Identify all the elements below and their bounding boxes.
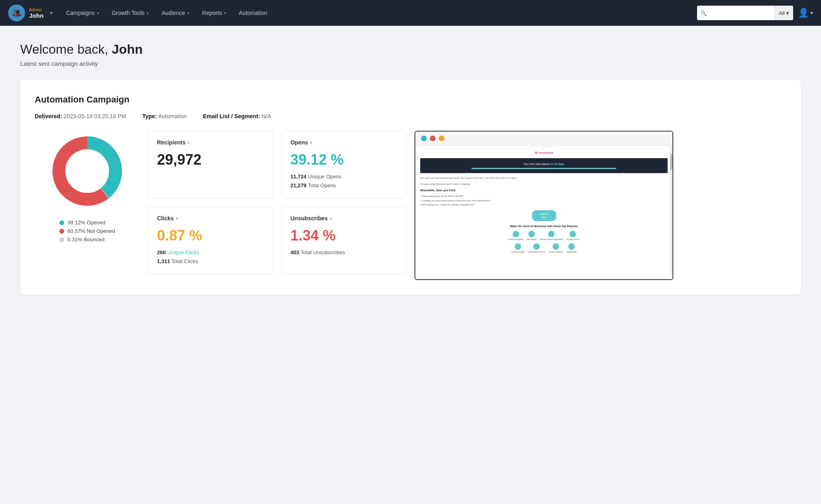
ep-list: • Segmenting your list for better result… <box>420 194 668 207</box>
opens-detail: 11,724 Unique Opens 21,279 Total Opens <box>291 172 398 190</box>
chevron-down-icon: ▾ <box>147 11 149 15</box>
ep-scrollbar[interactable] <box>670 146 672 276</box>
email-preview-body: ✉ moosend Your free trial expires in 15 … <box>415 146 672 276</box>
ep-icons-row2: Landing Pages Subscription Forms Custom … <box>420 243 668 253</box>
main-content: Welcome back, John Latest sent campaign … <box>0 26 821 311</box>
welcome-subtitle: Latest sent campaign activity <box>20 60 801 67</box>
titlebar-dot-red <box>430 136 436 141</box>
recipients-value: 29,972 <box>157 151 264 168</box>
navbar: 🎩 Admin John ▾ Campaigns ▾ Growth Tools … <box>0 0 821 26</box>
nav-items: Campaigns ▾ Growth Tools ▾ Audience ▾ Re… <box>61 6 697 19</box>
nav-user-name: John <box>29 12 44 19</box>
nav-item-campaigns[interactable]: Campaigns ▾ <box>61 6 105 19</box>
legend-opened: 39.12% Opened <box>59 220 115 226</box>
nav-label-campaigns: Campaigns <box>66 10 95 16</box>
nav-avatar[interactable]: 👤 ▾ <box>798 8 813 18</box>
campaign-stats: 39.12% Opened 60.57% Not Opened 0.31% Bo… <box>35 131 786 280</box>
stat-card-clicks: Clicks › 0.87 % 260 Unique Clicks 1,311 … <box>148 207 273 274</box>
stat-card-opens: Opens › 39.12 % 11,724 Unique Opens 21,2… <box>281 131 407 199</box>
ep-body-text1: We hope you are enjoying Moosend. Just a… <box>420 176 668 180</box>
nav-label-automation: Automation <box>239 10 268 16</box>
arrow-icon: › <box>310 140 312 145</box>
unsubscribes-label: Unsubscribes <box>291 215 328 222</box>
legend-opened-text: 39.12% Opened <box>67 220 105 226</box>
clicks-header[interactable]: Clicks › <box>157 215 264 222</box>
ep-icon-email-templates: Email Templates <box>508 231 523 241</box>
campaign-meta: Delivered: 2023-05-18 03:25:18 PM Type: … <box>35 113 786 119</box>
recipients-header[interactable]: Recipients › <box>157 139 264 146</box>
welcome-heading: Welcome back, John <box>20 42 801 57</box>
ep-features-title: Make the most of Moosend with these top … <box>420 224 668 228</box>
arrow-icon: › <box>188 140 190 145</box>
titlebar-dot-teal <box>421 136 427 141</box>
ep-icon-product-rec: Product Recommendation <box>540 231 563 241</box>
titlebar-dot-yellow <box>439 136 444 141</box>
brand-logo: 🎩 <box>8 4 25 21</box>
clicks-percent: 0.87 % <box>157 227 264 244</box>
legend-dot-not-opened <box>59 229 64 234</box>
donut-legend: 39.12% Opened 60.57% Not Opened 0.31% Bo… <box>59 220 115 245</box>
search-filter-label: All <box>779 10 785 16</box>
legend-dot-bounced <box>59 237 64 242</box>
unsubscribes-detail: 403 Total Unsubscribes <box>291 248 398 257</box>
search-icon: 🔍 <box>697 10 710 16</box>
ep-icon-integrations: Integrations <box>566 243 577 253</box>
search-filter-dropdown[interactable]: All ▾ <box>775 6 793 20</box>
clicks-detail: 260 Unique Clicks 1,311 Total Clicks <box>157 248 264 266</box>
opens-label: Opens <box>291 139 308 146</box>
nav-search: 🔍 All ▾ <box>697 6 793 20</box>
nav-label-audience: Audience <box>161 10 185 16</box>
stat-card-unsubscribes: Unsubscribes › 1.34 % 403 Total Unsubscr… <box>281 207 407 274</box>
ep-icon-automation: Automation <box>526 231 536 241</box>
ep-icon-custom-reports: Custom Reports <box>549 243 563 253</box>
nav-item-automation[interactable]: Automation <box>233 6 273 19</box>
chevron-down-icon: ▾ <box>97 11 99 15</box>
chevron-down-icon: ▾ <box>786 10 789 16</box>
nav-item-reports[interactable]: Reports ▾ <box>197 6 232 19</box>
recipients-label: Recipients <box>157 139 186 146</box>
ep-heading: Meanwhile, have you tried: <box>420 188 668 192</box>
ep-scrollbar-thumb <box>670 154 672 170</box>
search-input[interactable] <box>710 10 775 16</box>
user-icon: 👤 <box>798 8 809 18</box>
campaign-title: Automation Campaign <box>35 94 786 105</box>
ep-moosend-logo: ✉ moosend <box>420 151 668 155</box>
arrow-icon: › <box>176 215 178 221</box>
arrow-icon: › <box>330 215 332 221</box>
nav-user-dropdown-icon[interactable]: ▾ <box>50 10 52 16</box>
ep-icon-subscription-forms: Subscription Forms <box>528 243 545 253</box>
legend-dot-opened <box>59 220 64 225</box>
campaign-delivered: Delivered: 2023-05-18 03:25:18 PM <box>35 113 126 119</box>
chevron-down-icon: ▾ <box>224 11 226 15</box>
email-preview-titlebar <box>415 132 672 146</box>
stat-card-recipients: Recipients › 29,972 <box>148 131 273 199</box>
campaign-card: Automation Campaign Delivered: 2023-05-1… <box>20 80 801 295</box>
nav-item-growth-tools[interactable]: Growth Tools ▾ <box>106 6 154 19</box>
ep-progress-bar <box>471 168 616 169</box>
nav-label-reports: Reports <box>202 10 222 16</box>
nav-brand: 🎩 Admin John ▾ <box>8 4 52 21</box>
ep-banner: Your free trial expires in 15 days <box>420 158 668 173</box>
opens-header[interactable]: Opens › <box>291 139 398 146</box>
nav-right: 🔍 All ▾ 👤 ▾ <box>697 6 813 20</box>
chevron-down-icon: ▾ <box>187 11 189 15</box>
nav-user-info: Admin John <box>29 7 44 19</box>
campaign-segment: Email List / Segment: N/A <box>203 113 271 119</box>
unsubscribes-percent: 1.34 % <box>291 227 398 244</box>
stats-grid: Recipients › 29,972 Opens › 39.12 % 11,7… <box>148 131 406 274</box>
nav-item-audience[interactable]: Audience ▾ <box>156 6 195 19</box>
opens-percent: 39.12 % <box>291 151 398 168</box>
unsubscribes-header[interactable]: Unsubscribes › <box>291 215 398 222</box>
ep-upgrade-button[interactable]: Upgrade Now! <box>532 210 556 221</box>
chevron-down-icon: ▾ <box>811 10 813 16</box>
nav-user-role: Admin <box>29 7 44 12</box>
ep-icon-landing-pages: Landing Pages <box>511 243 524 253</box>
donut-chart <box>47 131 128 211</box>
email-preview-card: ✉ moosend Your free trial expires in 15 … <box>415 131 673 280</box>
nav-label-growth-tools: Growth Tools <box>112 10 145 16</box>
donut-section: 39.12% Opened 60.57% Not Opened 0.31% Bo… <box>35 131 140 245</box>
email-preview-inner: ✉ moosend Your free trial expires in 15 … <box>420 151 668 253</box>
legend-not-opened-text: 60.57% Not Opened <box>67 228 115 234</box>
campaign-type: Type: Automation <box>142 113 186 119</box>
ep-body-text2: To keep using Moosend you'll need to upg… <box>420 182 668 186</box>
